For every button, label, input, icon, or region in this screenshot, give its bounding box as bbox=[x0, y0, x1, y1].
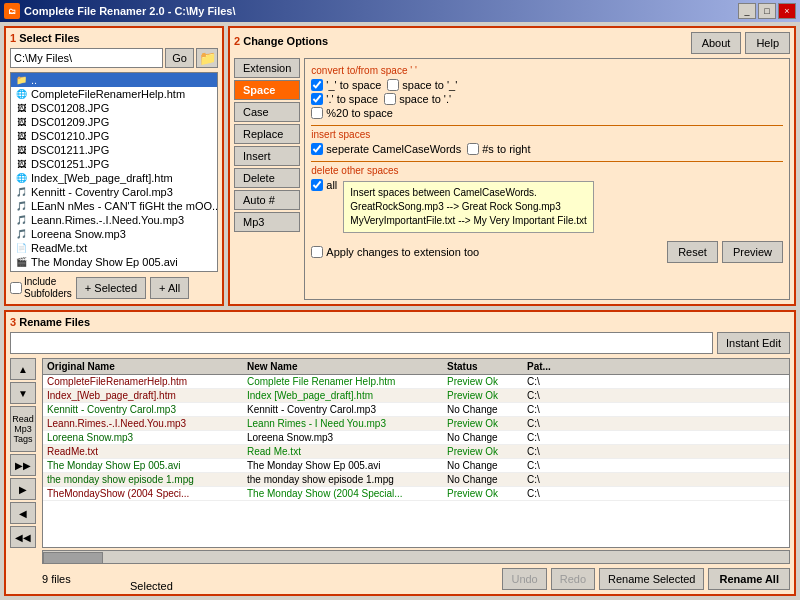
move-up-button[interactable]: ▲ bbox=[10, 358, 36, 380]
close-button[interactable]: × bbox=[778, 3, 796, 19]
reset-button[interactable]: Reset bbox=[667, 241, 718, 263]
file-item[interactable]: 📄ReadMe.txt bbox=[11, 241, 217, 255]
col-original-name: Original Name bbox=[47, 361, 247, 372]
convert-row2: '.' to space space to '.' bbox=[311, 93, 783, 105]
tab-delete[interactable]: Delete bbox=[234, 168, 300, 188]
path-input[interactable] bbox=[10, 48, 163, 68]
numbers-right-cb[interactable]: #s to right bbox=[467, 143, 530, 155]
file-item[interactable]: 🎵Loreena Snow.mp3 bbox=[11, 227, 217, 241]
file-item[interactable]: 🎵LEanN nMes - CAN'T fiGHt the mOO... bbox=[11, 199, 217, 213]
dot-to-space-cb[interactable]: '.' to space bbox=[311, 93, 378, 105]
rename-input[interactable] bbox=[10, 332, 713, 354]
preview-button[interactable]: Preview bbox=[722, 241, 783, 263]
undo-button[interactable]: Undo bbox=[502, 568, 546, 590]
minimize-button[interactable]: _ bbox=[738, 3, 756, 19]
about-button[interactable]: About bbox=[691, 32, 742, 54]
tab-space[interactable]: Space bbox=[234, 80, 300, 100]
file-item[interactable]: 🖼DSC01251.JPG bbox=[11, 157, 217, 171]
table-row[interactable]: Index_[Web_page_draft].htm Index [Web_pa… bbox=[43, 389, 789, 403]
file-type-icon: 🖼 bbox=[14, 102, 28, 114]
table-row[interactable]: ReadMe.txt Read Me.txt Preview Ok C:\ bbox=[43, 445, 789, 459]
file-item[interactable]: 🎬The Monday Show Ep 005.avi bbox=[11, 255, 217, 269]
space-option-content: convert to/from space ' ' '_' to space s… bbox=[304, 58, 790, 300]
table-row[interactable]: Kennitt - Coventry Carol.mp3 Kennitt - C… bbox=[43, 403, 789, 417]
plus-all-button[interactable]: + All bbox=[150, 277, 189, 299]
file-item[interactable]: 🎵Leann.Rimes.-.I.Need.You.mp3 bbox=[11, 213, 217, 227]
tab-insert[interactable]: Insert bbox=[234, 146, 300, 166]
back-button[interactable]: ◀ bbox=[10, 502, 36, 524]
plus-selected-button[interactable]: + Selected bbox=[76, 277, 146, 299]
reset-preview-row: Reset Preview bbox=[667, 241, 783, 263]
table-row[interactable]: TheMondayShow (2004 Speci... The Monday … bbox=[43, 487, 789, 501]
apply-extension-cb[interactable]: Apply changes to extension too bbox=[311, 246, 479, 258]
file-item[interactable]: 📁.. bbox=[11, 73, 217, 87]
cell-status: No Change bbox=[447, 474, 527, 485]
table-row[interactable]: Loreena Snow.mp3 Loreena Snow.mp3 No Cha… bbox=[43, 431, 789, 445]
convert-section: convert to/from space ' ' '_' to space s… bbox=[311, 65, 783, 119]
file-item[interactable]: 🎬THe monDAy SHOw EP 13.avi bbox=[11, 269, 217, 272]
file-item[interactable]: 🖼DSC01208.JPG bbox=[11, 101, 217, 115]
rename-all-button[interactable]: Rename All bbox=[708, 568, 790, 590]
folder-browse-button[interactable]: 📁 bbox=[196, 48, 218, 68]
cell-status: Preview Ok bbox=[447, 488, 527, 499]
help-button[interactable]: Help bbox=[745, 32, 790, 54]
cell-new: Loreena Snow.mp3 bbox=[247, 432, 447, 443]
go-button[interactable]: Go bbox=[165, 48, 194, 68]
include-subfolders-checkbox[interactable]: IncludeSubfolders bbox=[10, 276, 72, 300]
file-item[interactable]: 🖼DSC01209.JPG bbox=[11, 115, 217, 129]
window-title: Complete File Renamer 2.0 - C:\My Files\ bbox=[24, 5, 236, 17]
horizontal-scrollbar[interactable] bbox=[42, 550, 790, 564]
table-header: Original Name New Name Status Pat... bbox=[43, 359, 789, 375]
tab-case[interactable]: Case bbox=[234, 102, 300, 122]
table-row[interactable]: the monday show episode 1.mpg the monday… bbox=[43, 473, 789, 487]
convert-row3: %20 to space bbox=[311, 107, 783, 119]
title-bar: 🗂 Complete File Renamer 2.0 - C:\My File… bbox=[0, 0, 800, 22]
instant-edit-button[interactable]: Instant Edit bbox=[717, 332, 790, 354]
file-item[interactable]: 🌐CompleteFileRenamerHelp.htm bbox=[11, 87, 217, 101]
cell-path: C:\ bbox=[527, 376, 785, 387]
table-row[interactable]: CompleteFileRenamerHelp.htm Complete Fil… bbox=[43, 375, 789, 389]
cell-path: C:\ bbox=[527, 404, 785, 415]
file-item[interactable]: 🖼DSC01210.JPG bbox=[11, 129, 217, 143]
maximize-button[interactable]: □ bbox=[758, 3, 776, 19]
file-type-icon: 🖼 bbox=[14, 116, 28, 128]
percent20-to-space-cb[interactable]: %20 to space bbox=[311, 107, 393, 119]
convert-row1: '_' to space space to '_' bbox=[311, 79, 783, 91]
delete-section: delete other spaces all Insert spaces be… bbox=[311, 165, 783, 233]
delete-section-title: delete other spaces bbox=[311, 165, 783, 176]
file-type-icon: 📄 bbox=[14, 242, 28, 254]
file-item[interactable]: 🎵Kennitt - Coventry Carol.mp3 bbox=[11, 185, 217, 199]
file-count: 9 files bbox=[42, 573, 71, 585]
file-item[interactable]: 🖼DSC01211.JPG bbox=[11, 143, 217, 157]
cell-original: CompleteFileRenamerHelp.htm bbox=[47, 376, 247, 387]
fast-back-button[interactable]: ◀◀ bbox=[10, 526, 36, 548]
fast-forward-button[interactable]: ▶▶ bbox=[10, 454, 36, 476]
rename-selected-button[interactable]: Rename Selected bbox=[599, 568, 704, 590]
space-to-dot-cb[interactable]: space to '.' bbox=[384, 93, 451, 105]
delete-all-cb[interactable]: all bbox=[311, 179, 337, 191]
option-tabs: Extension Space Case Replace Insert Dele… bbox=[234, 58, 300, 300]
table-row[interactable]: The Monday Show Ep 005.avi The Monday Sh… bbox=[43, 459, 789, 473]
table-row[interactable]: Leann.Rimes.-.I.Need.You.mp3 Leann Rimes… bbox=[43, 417, 789, 431]
tab-replace[interactable]: Replace bbox=[234, 124, 300, 144]
file-item[interactable]: 🌐Index_[Web_page_draft].htm bbox=[11, 171, 217, 185]
forward-button[interactable]: ▶ bbox=[10, 478, 36, 500]
tab-extension[interactable]: Extension bbox=[234, 58, 300, 78]
underscore-to-space-cb[interactable]: '_' to space bbox=[311, 79, 381, 91]
move-down-button[interactable]: ▼ bbox=[10, 382, 36, 404]
cell-new: the monday show episode 1.mpg bbox=[247, 474, 447, 485]
tab-mp3[interactable]: Mp3 bbox=[234, 212, 300, 232]
cell-path: C:\ bbox=[527, 418, 785, 429]
cell-original: Kennitt - Coventry Carol.mp3 bbox=[47, 404, 247, 415]
file-list[interactable]: 📁..🌐CompleteFileRenamerHelp.htm🖼DSC01208… bbox=[10, 72, 218, 272]
selected-label: Selected bbox=[130, 580, 173, 592]
tab-auto-number[interactable]: Auto # bbox=[234, 190, 300, 210]
read-mp3-tags-button[interactable]: Read Mp3 Tags bbox=[10, 406, 36, 452]
camelcase-cb[interactable]: seperate CamelCaseWords bbox=[311, 143, 461, 155]
rename-files-top: Instant Edit bbox=[10, 332, 790, 354]
cell-path: C:\ bbox=[527, 460, 785, 471]
section2-title: 2 Change Options bbox=[234, 35, 328, 47]
redo-button[interactable]: Redo bbox=[551, 568, 595, 590]
space-to-underscore-cb[interactable]: space to '_' bbox=[387, 79, 457, 91]
scrollbar-thumb[interactable] bbox=[43, 552, 103, 564]
